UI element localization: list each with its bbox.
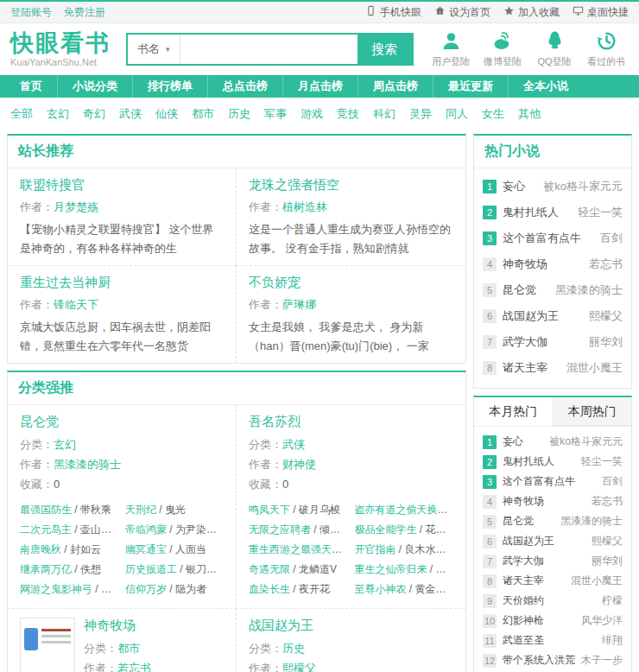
book-title-link[interactable]: 不负娇宠 bbox=[249, 275, 453, 291]
related-book-link[interactable]: 天刑纪 bbox=[125, 504, 156, 516]
book-category-link[interactable]: 历史 bbox=[282, 642, 305, 655]
rank-book-link[interactable]: 这个首富有点牛 bbox=[503, 231, 596, 246]
subnav-item[interactable]: 竞技 bbox=[337, 106, 359, 122]
rank-book-link[interactable]: 昆仑觉 bbox=[503, 514, 556, 529]
topbar-item-desktop[interactable]: 桌面快捷 bbox=[573, 5, 629, 20]
related-book-link[interactable]: 至尊小神农 bbox=[355, 583, 407, 595]
related-book-link[interactable]: 帝临鸿蒙 bbox=[125, 523, 167, 536]
rank-book-link[interactable]: 这个首富有点牛 bbox=[503, 474, 598, 489]
related-book-link[interactable]: 开官指南 bbox=[355, 543, 396, 555]
rank-book-link[interactable]: 鬼村扎纸人 bbox=[503, 205, 573, 220]
book-title-link[interactable]: 吾名苏烈 bbox=[249, 414, 453, 430]
search-button[interactable]: 搜索 bbox=[357, 35, 412, 64]
related-book-link[interactable]: 重生之仙帝归来 bbox=[355, 563, 427, 575]
related-book-link[interactable]: 南唐晚秋 bbox=[20, 543, 61, 555]
rank-book-link[interactable]: 诸天主宰 bbox=[503, 360, 562, 376]
book-category-link[interactable]: 玄幻 bbox=[54, 438, 76, 451]
book-author-link[interactable]: 财神使 bbox=[282, 458, 316, 471]
subnav-item[interactable]: 游戏 bbox=[301, 106, 323, 122]
quick-history[interactable]: 看过的书 bbox=[584, 30, 629, 68]
rank-book-link[interactable]: 武学大伽 bbox=[503, 554, 587, 568]
topbar-link[interactable]: 登陆账号 bbox=[10, 5, 52, 20]
subnav-item[interactable]: 仙侠 bbox=[155, 106, 178, 122]
book-author-link[interactable]: 萨琳娜 bbox=[282, 298, 316, 311]
book-title-link[interactable]: 神奇牧场 bbox=[84, 618, 151, 634]
tab-本周热门[interactable]: 本周热门 bbox=[553, 397, 632, 426]
rank-book-link[interactable]: 妄心 bbox=[503, 434, 545, 449]
rank-book-link[interactable]: 诸天主宰 bbox=[503, 574, 566, 588]
subnav-item[interactable]: 灵异 bbox=[409, 106, 432, 122]
rank-book-link[interactable]: 鬼村扎纸人 bbox=[503, 454, 577, 469]
related-book-link[interactable]: 最强国防生 bbox=[20, 504, 72, 516]
rank-book-link[interactable]: 妄心 bbox=[503, 179, 539, 194]
nav-item[interactable]: 小说分类 bbox=[57, 75, 132, 98]
subnav-item[interactable]: 科幻 bbox=[373, 106, 395, 122]
related-book-link[interactable]: 二次元岛主 bbox=[20, 523, 72, 536]
subnav-item[interactable]: 同人 bbox=[446, 106, 468, 122]
book-title-link[interactable]: 重生过去当神厨 bbox=[20, 275, 224, 291]
nav-item[interactable]: 周点击榜 bbox=[357, 75, 433, 98]
book-author-link[interactable]: 锋临天下 bbox=[54, 298, 98, 311]
rank-book-link[interactable]: 神奇牧场 bbox=[503, 257, 585, 272]
related-book-link[interactable]: 极品全能学生 bbox=[355, 523, 417, 536]
related-book-link[interactable]: 奇遇无限 bbox=[249, 563, 290, 575]
related-book-link[interactable]: 鸣凤天下 bbox=[249, 504, 290, 516]
rank-book-link[interactable]: 武道至圣 bbox=[503, 633, 598, 648]
book-title-link[interactable]: 昆仑觉 bbox=[20, 414, 224, 430]
subnav-item[interactable]: 历史 bbox=[228, 106, 250, 122]
nav-item[interactable]: 月点击榜 bbox=[282, 75, 357, 98]
related-book-link[interactable]: 幽冥通宝 bbox=[125, 543, 167, 555]
related-book-link[interactable]: 血染长生 bbox=[249, 583, 290, 595]
nav-item[interactable]: 排行榜单 bbox=[132, 75, 207, 98]
related-book-link[interactable]: 继承两万亿 bbox=[20, 563, 72, 575]
rank-book-link[interactable]: 昆仑觉 bbox=[503, 282, 551, 298]
book-cover-thumbnail[interactable] bbox=[20, 618, 75, 672]
related-book-link[interactable]: 历史扳道工 bbox=[125, 563, 177, 575]
book-category-link[interactable]: 武侠 bbox=[282, 438, 305, 451]
related-book-link[interactable]: 网游之鬼影神弓 bbox=[20, 583, 92, 595]
book-title-link[interactable]: 龙珠之强者悟空 bbox=[249, 177, 453, 193]
subnav-item[interactable]: 女生 bbox=[482, 106, 504, 122]
related-book-link[interactable]: 无限之应聘者 bbox=[249, 523, 311, 536]
book-title-link[interactable]: 战国赵为王 bbox=[249, 618, 453, 634]
book-author-link[interactable]: 植树造林 bbox=[282, 200, 327, 213]
subnav-item[interactable]: 军事 bbox=[264, 106, 287, 122]
book-category-link[interactable]: 都市 bbox=[117, 642, 140, 655]
tab-本月热门[interactable]: 本月热门 bbox=[474, 397, 553, 426]
book-title-link[interactable]: 联盟特搜官 bbox=[20, 177, 224, 193]
subnav-item[interactable]: 其他 bbox=[518, 106, 541, 122]
search-input[interactable] bbox=[180, 35, 357, 64]
topbar-item-star[interactable]: 加入收藏 bbox=[503, 5, 560, 20]
subnav-item[interactable]: 全部 bbox=[10, 106, 33, 122]
rank-book-link[interactable]: 天价婚约 bbox=[503, 593, 598, 608]
rank-book-link[interactable]: 武学大伽 bbox=[503, 334, 585, 350]
subnav-item[interactable]: 玄幻 bbox=[47, 106, 69, 122]
quick-qq[interactable]: QQ登陆 bbox=[532, 30, 577, 68]
book-author-link[interactable]: 月梦楚殇 bbox=[54, 200, 98, 213]
rank-book-link[interactable]: 带个系统入洪荒 bbox=[503, 653, 577, 668]
book-author-link[interactable]: 若忘书 bbox=[117, 662, 151, 672]
quick-weibo[interactable]: 微博登陆 bbox=[480, 30, 525, 68]
quick-user[interactable]: 用户登陆 bbox=[428, 30, 473, 68]
nav-item[interactable]: 最近更新 bbox=[433, 75, 508, 98]
related-book-link[interactable]: 盗亦有道之偷天换日 bbox=[355, 504, 448, 516]
site-logo[interactable]: 快眼看书 KuaiYanKanShu.Net bbox=[10, 31, 111, 67]
book-author-link[interactable]: 黑漆漆的骑士 bbox=[54, 458, 121, 471]
related-book-link[interactable]: 重生西游之最强天兵 bbox=[249, 543, 342, 555]
subnav-item[interactable]: 奇幻 bbox=[83, 106, 105, 122]
related-book-link[interactable]: 信仰万岁 bbox=[125, 583, 167, 595]
subnav-item[interactable]: 武侠 bbox=[119, 106, 142, 122]
rank-book-link[interactable]: 战国赵为王 bbox=[503, 534, 587, 548]
subnav-item[interactable]: 都市 bbox=[192, 106, 214, 122]
rank-book-link[interactable]: 幻影神枪 bbox=[503, 613, 577, 628]
nav-item[interactable]: 首页 bbox=[5, 75, 57, 98]
topbar-link[interactable]: 免费注册 bbox=[64, 5, 105, 20]
topbar-item-home[interactable]: 设为首页 bbox=[434, 5, 490, 20]
topbar-item-phone[interactable]: 手机快眼 bbox=[365, 5, 421, 20]
rank-book-link[interactable]: 神奇牧场 bbox=[503, 494, 587, 509]
search-category-dropdown[interactable]: 书名 ▾ bbox=[128, 35, 180, 64]
book-author-link[interactable]: 熙檬父 bbox=[282, 662, 316, 672]
nav-item[interactable]: 总点击榜 bbox=[207, 75, 282, 98]
nav-item[interactable]: 全本小说 bbox=[508, 75, 583, 98]
rank-book-link[interactable]: 战国赵为王 bbox=[503, 308, 585, 324]
